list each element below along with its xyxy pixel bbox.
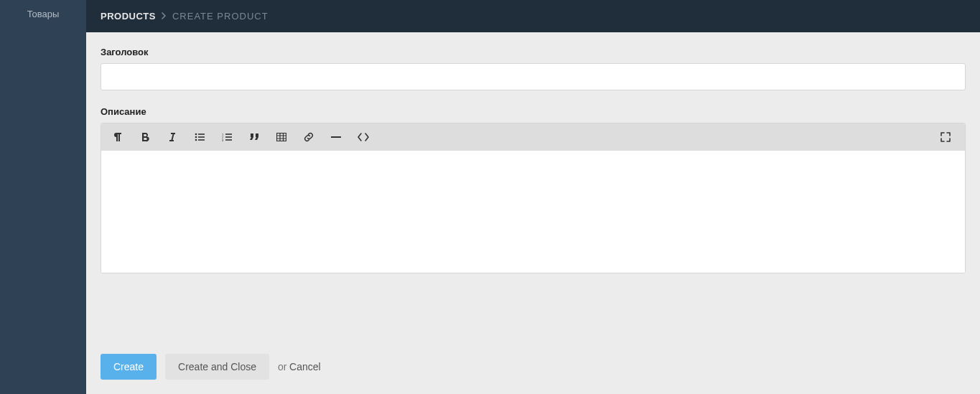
svg-rect-9 <box>225 136 232 138</box>
or-separator: or Cancel <box>278 361 321 372</box>
breadcrumb-secondary: CREATE PRODUCT <box>172 11 269 22</box>
svg-point-0 <box>195 133 197 136</box>
svg-rect-7 <box>225 133 232 135</box>
paragraph-icon[interactable] <box>106 126 130 148</box>
sidebar: Товары <box>0 0 86 394</box>
ordered-list-icon[interactable]: 123 <box>215 126 239 148</box>
chevron-right-icon <box>162 11 167 22</box>
quote-icon[interactable] <box>242 126 266 148</box>
create-and-close-button[interactable]: Create and Close <box>165 354 269 380</box>
form-actions: Create Create and Close or Cancel <box>101 354 966 380</box>
code-icon[interactable] <box>351 126 375 148</box>
italic-icon[interactable] <box>160 126 185 148</box>
link-icon[interactable] <box>297 126 321 148</box>
breadcrumb-primary[interactable]: PRODUCTS <box>101 11 156 22</box>
main-area: PRODUCTS CREATE PRODUCT Заголовок Описан… <box>86 0 980 394</box>
horizontal-rule-icon[interactable] <box>324 126 348 148</box>
svg-rect-1 <box>198 133 205 135</box>
svg-rect-12 <box>277 133 286 141</box>
sidebar-item-products[interactable]: Товары <box>0 0 86 28</box>
table-icon[interactable] <box>269 126 294 148</box>
rich-text-editor: 123 <box>101 123 966 273</box>
editor-toolbar: 123 <box>101 123 965 151</box>
svg-rect-11 <box>225 139 232 141</box>
breadcrumb: PRODUCTS CREATE PRODUCT <box>86 0 980 32</box>
svg-text:3: 3 <box>222 139 224 142</box>
svg-rect-5 <box>198 139 205 141</box>
title-input[interactable] <box>101 63 966 90</box>
svg-rect-3 <box>198 136 205 138</box>
svg-point-2 <box>195 136 197 139</box>
title-label: Заголовок <box>101 47 966 57</box>
content-spacer <box>101 273 966 339</box>
description-input[interactable] <box>101 151 965 273</box>
unordered-list-icon[interactable] <box>187 126 212 148</box>
svg-rect-17 <box>331 136 341 138</box>
bold-icon[interactable] <box>133 126 157 148</box>
cancel-link[interactable]: Cancel <box>289 361 321 372</box>
create-button[interactable]: Create <box>101 354 157 380</box>
description-label: Описание <box>101 106 966 117</box>
fullscreen-icon[interactable] <box>933 126 958 148</box>
form-content: Заголовок Описание 123 <box>86 32 980 394</box>
svg-point-4 <box>195 139 197 141</box>
